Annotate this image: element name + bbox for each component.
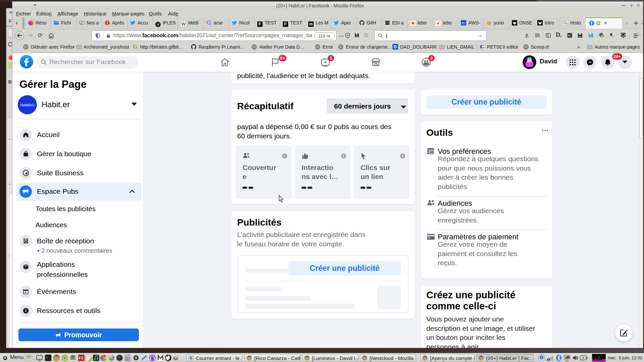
svg-text:FZ: FZ [79, 356, 84, 360]
svg-text:aws: aws [462, 22, 466, 24]
svg-text:Habit(er): Habit(er) [20, 103, 35, 107]
svg-text:æ: æ [568, 34, 571, 37]
svg-text:!: ! [640, 33, 641, 37]
svg-text:>_: >_ [46, 356, 49, 359]
svg-text:Fatb: Fatb [80, 21, 84, 23]
